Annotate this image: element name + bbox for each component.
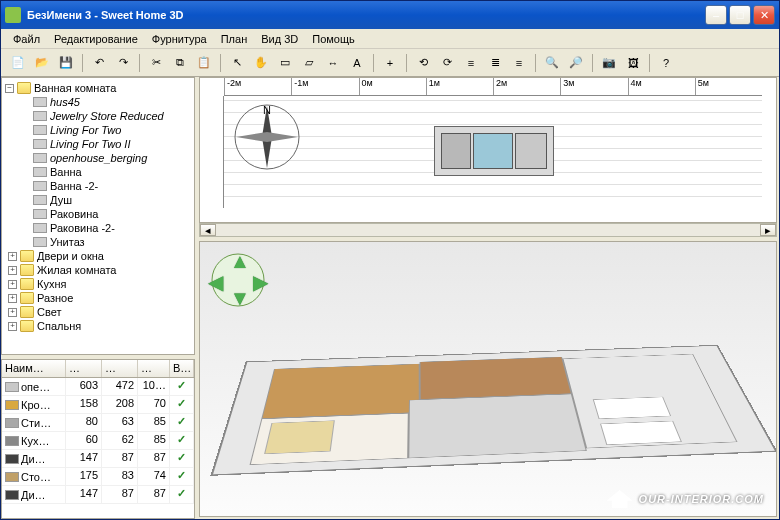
col-header[interactable]: Наим… bbox=[2, 360, 66, 377]
col-header[interactable]: … bbox=[138, 360, 170, 377]
app-icon bbox=[5, 7, 21, 23]
rotate-left-button[interactable]: ⟲ bbox=[412, 52, 434, 74]
compass-icon[interactable]: N bbox=[232, 102, 302, 172]
save-button[interactable]: 💾 bbox=[55, 52, 77, 74]
undo-button[interactable]: ↶ bbox=[88, 52, 110, 74]
folder-icon bbox=[17, 82, 31, 94]
tree-folder[interactable]: Разное bbox=[37, 292, 73, 304]
tree-root-label[interactable]: Ванная комната bbox=[34, 82, 116, 94]
furniture-icon bbox=[33, 125, 47, 135]
tree-folder[interactable]: Жилая комната bbox=[37, 264, 116, 276]
menu-edit[interactable]: Редактирование bbox=[48, 31, 144, 46]
pan-button[interactable]: ✋ bbox=[250, 52, 272, 74]
furniture-icon bbox=[33, 223, 47, 233]
align-top-button[interactable]: ≡ bbox=[508, 52, 530, 74]
close-button[interactable]: ✕ bbox=[753, 5, 775, 25]
photo-button[interactable]: 🖼 bbox=[622, 52, 644, 74]
col-header[interactable]: В… bbox=[170, 360, 194, 377]
rotate-right-button[interactable]: ⟳ bbox=[436, 52, 458, 74]
tree-item[interactable]: openhouse_berging bbox=[50, 152, 147, 164]
tree-item[interactable]: Jewelry Store Reduced bbox=[50, 110, 164, 122]
cut-button[interactable]: ✂ bbox=[145, 52, 167, 74]
zoom-in-button[interactable]: 🔍 bbox=[541, 52, 563, 74]
table-row[interactable]: Ди…1478787✓ bbox=[2, 450, 194, 468]
tree-item[interactable]: Living For Two II bbox=[50, 138, 131, 150]
table-row[interactable]: опе…60347210…✓ bbox=[2, 378, 194, 396]
table-row[interactable]: Кух…606285✓ bbox=[2, 432, 194, 450]
expand-icon[interactable]: + bbox=[8, 322, 17, 331]
visible-check[interactable]: ✓ bbox=[170, 432, 194, 449]
visible-check[interactable]: ✓ bbox=[170, 486, 194, 503]
screenshot-button[interactable]: 📷 bbox=[598, 52, 620, 74]
maximize-button[interactable]: □ bbox=[729, 5, 751, 25]
tree-item[interactable]: Унитаз bbox=[50, 236, 85, 248]
watermark: OUR-INTERIOR.COM bbox=[607, 490, 764, 508]
new-button[interactable]: 📄 bbox=[7, 52, 29, 74]
col-header[interactable]: … bbox=[66, 360, 102, 377]
view-3d[interactable]: ▲ ▼ ◀ ▶ OUR-INTERIOR.COM bbox=[199, 241, 777, 517]
tree-folder[interactable]: Кухня bbox=[37, 278, 66, 290]
menu-help[interactable]: Помощь bbox=[306, 31, 361, 46]
expand-icon[interactable]: + bbox=[8, 266, 17, 275]
tree-item[interactable]: Ванна bbox=[50, 166, 82, 178]
nav-left-icon[interactable]: ◀ bbox=[208, 270, 223, 294]
visible-check[interactable]: ✓ bbox=[170, 378, 194, 395]
menu-file[interactable]: Файл bbox=[7, 31, 46, 46]
plan-view[interactable]: -2м-1м0м1м2м3м4м5м N bbox=[199, 77, 777, 223]
tree-item[interactable]: Раковина bbox=[50, 208, 98, 220]
paste-button[interactable]: 📋 bbox=[193, 52, 215, 74]
nav-right-icon[interactable]: ▶ bbox=[253, 270, 268, 294]
menu-plan[interactable]: План bbox=[215, 31, 254, 46]
visible-check[interactable]: ✓ bbox=[170, 414, 194, 431]
align-left-button[interactable]: ≡ bbox=[460, 52, 482, 74]
redo-button[interactable]: ↷ bbox=[112, 52, 134, 74]
nav-down-icon[interactable]: ▼ bbox=[230, 287, 250, 310]
copy-button[interactable]: ⧉ bbox=[169, 52, 191, 74]
nav-pad[interactable]: ▲ ▼ ◀ ▶ bbox=[210, 252, 266, 308]
tree-folder[interactable]: Двери и окна bbox=[37, 250, 104, 262]
menu-view3d[interactable]: Вид 3D bbox=[255, 31, 304, 46]
menu-furniture[interactable]: Фурнитура bbox=[146, 31, 213, 46]
open-button[interactable]: 📂 bbox=[31, 52, 53, 74]
expand-icon[interactable]: + bbox=[8, 308, 17, 317]
nav-up-icon[interactable]: ▲ bbox=[230, 250, 250, 273]
zoom-out-button[interactable]: 🔎 bbox=[565, 52, 587, 74]
tree-item[interactable]: Душ bbox=[50, 194, 72, 206]
visible-check[interactable]: ✓ bbox=[170, 450, 194, 467]
wall-button[interactable]: ▭ bbox=[274, 52, 296, 74]
expand-icon[interactable]: + bbox=[8, 252, 17, 261]
help-button[interactable]: ? bbox=[655, 52, 677, 74]
tree-item[interactable]: hus45 bbox=[50, 96, 80, 108]
visible-check[interactable]: ✓ bbox=[170, 468, 194, 485]
room-button[interactable]: ▱ bbox=[298, 52, 320, 74]
scroll-left-icon[interactable]: ◂ bbox=[200, 224, 216, 236]
dim-button[interactable]: ↔ bbox=[322, 52, 344, 74]
row-name: Кух… bbox=[21, 435, 49, 447]
tree-item[interactable]: Living For Two bbox=[50, 124, 121, 136]
tree-item[interactable]: Раковина -2- bbox=[50, 222, 115, 234]
catalog-tree[interactable]: −Ванная комнатаhus45Jewelry Store Reduce… bbox=[1, 77, 195, 355]
select-button[interactable]: ↖ bbox=[226, 52, 248, 74]
expand-icon[interactable]: + bbox=[8, 280, 17, 289]
add-furn-button[interactable]: + bbox=[379, 52, 401, 74]
collapse-icon[interactable]: − bbox=[5, 84, 14, 93]
table-row[interactable]: Сто…1758374✓ bbox=[2, 468, 194, 486]
plan-canvas[interactable]: N bbox=[224, 96, 762, 208]
row-val: 60 bbox=[66, 432, 102, 449]
col-header[interactable]: … bbox=[102, 360, 138, 377]
tree-item[interactable]: Ванна -2- bbox=[50, 180, 98, 192]
floor-3d bbox=[210, 345, 777, 476]
expand-icon[interactable]: + bbox=[8, 294, 17, 303]
table-row[interactable]: Ди…1478787✓ bbox=[2, 486, 194, 504]
align-right-button[interactable]: ≣ bbox=[484, 52, 506, 74]
minimize-button[interactable]: – bbox=[705, 5, 727, 25]
visible-check[interactable]: ✓ bbox=[170, 396, 194, 413]
text-button[interactable]: A bbox=[346, 52, 368, 74]
table-row[interactable]: Сти…806385✓ bbox=[2, 414, 194, 432]
tree-folder[interactable]: Свет bbox=[37, 306, 61, 318]
scroll-right-icon[interactable]: ▸ bbox=[760, 224, 776, 236]
plan-scrollbar[interactable]: ◂ ▸ bbox=[199, 223, 777, 237]
furniture-icon bbox=[33, 181, 47, 191]
table-row[interactable]: Кро…15820870✓ bbox=[2, 396, 194, 414]
tree-folder[interactable]: Спальня bbox=[37, 320, 81, 332]
